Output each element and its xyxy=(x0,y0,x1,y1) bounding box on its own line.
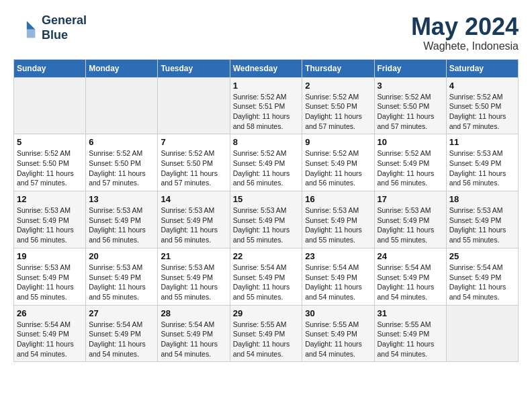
day-info: Sunrise: 5:55 AMSunset: 5:49 PMDaylight:… xyxy=(378,320,443,359)
day-number: 25 xyxy=(449,251,515,261)
day-info: Sunrise: 5:53 AMSunset: 5:49 PMDaylight:… xyxy=(305,205,371,245)
weekday-header-tuesday: Tuesday xyxy=(158,59,230,77)
day-info: Sunrise: 5:54 AMSunset: 5:49 PMDaylight:… xyxy=(449,263,515,302)
calendar-cell: 4Sunrise: 5:52 AMSunset: 5:50 PMDaylight… xyxy=(446,77,518,134)
calendar-cell: 18Sunrise: 5:53 AMSunset: 5:49 PMDayligh… xyxy=(446,191,518,248)
weekday-header-thursday: Thursday xyxy=(302,59,374,77)
day-number: 18 xyxy=(449,194,515,204)
day-number: 19 xyxy=(17,251,83,261)
calendar-week-row: 1Sunrise: 5:52 AMSunset: 5:51 PMDaylight… xyxy=(14,77,519,134)
day-info: Sunrise: 5:53 AMSunset: 5:49 PMDaylight:… xyxy=(161,263,226,302)
calendar-cell: 24Sunrise: 5:54 AMSunset: 5:49 PMDayligh… xyxy=(374,248,446,305)
calendar-cell: 27Sunrise: 5:54 AMSunset: 5:49 PMDayligh… xyxy=(86,305,158,362)
logo: General Blue xyxy=(13,13,87,42)
day-info: Sunrise: 5:54 AMSunset: 5:49 PMDaylight:… xyxy=(233,263,300,302)
day-info: Sunrise: 5:53 AMSunset: 5:49 PMDaylight:… xyxy=(161,205,226,245)
day-number: 13 xyxy=(89,194,154,204)
day-info: Sunrise: 5:53 AMSunset: 5:49 PMDaylight:… xyxy=(449,205,515,245)
calendar-cell: 15Sunrise: 5:53 AMSunset: 5:49 PMDayligh… xyxy=(230,191,302,248)
calendar-week-row: 19Sunrise: 5:53 AMSunset: 5:49 PMDayligh… xyxy=(14,248,519,305)
day-info: Sunrise: 5:55 AMSunset: 5:49 PMDaylight:… xyxy=(305,320,371,359)
weekday-header-sunday: Sunday xyxy=(14,59,86,77)
calendar-table: SundayMondayTuesdayWednesdayThursdayFrid… xyxy=(13,59,519,363)
weekday-header-row: SundayMondayTuesdayWednesdayThursdayFrid… xyxy=(14,59,519,77)
title-block: May 2024 Waghete, Indonesia xyxy=(411,13,519,52)
calendar-cell: 10Sunrise: 5:52 AMSunset: 5:49 PMDayligh… xyxy=(374,134,446,191)
day-info: Sunrise: 5:54 AMSunset: 5:49 PMDaylight:… xyxy=(161,320,226,359)
day-number: 15 xyxy=(233,194,300,204)
calendar-cell: 17Sunrise: 5:53 AMSunset: 5:49 PMDayligh… xyxy=(374,191,446,248)
calendar-cell: 2Sunrise: 5:52 AMSunset: 5:50 PMDaylight… xyxy=(302,77,374,134)
day-number: 31 xyxy=(378,308,443,318)
calendar-cell: 12Sunrise: 5:53 AMSunset: 5:49 PMDayligh… xyxy=(14,191,86,248)
calendar-week-row: 12Sunrise: 5:53 AMSunset: 5:49 PMDayligh… xyxy=(14,191,519,248)
day-info: Sunrise: 5:54 AMSunset: 5:49 PMDaylight:… xyxy=(89,320,154,359)
calendar-cell: 8Sunrise: 5:52 AMSunset: 5:49 PMDaylight… xyxy=(230,134,302,191)
day-number: 23 xyxy=(305,251,371,261)
day-info: Sunrise: 5:53 AMSunset: 5:49 PMDaylight:… xyxy=(378,205,443,245)
calendar-cell xyxy=(14,77,86,134)
day-info: Sunrise: 5:52 AMSunset: 5:50 PMDaylight:… xyxy=(305,92,371,132)
day-number: 27 xyxy=(89,308,154,318)
day-number: 28 xyxy=(161,308,226,318)
calendar-cell: 22Sunrise: 5:54 AMSunset: 5:49 PMDayligh… xyxy=(230,248,302,305)
calendar-cell: 20Sunrise: 5:53 AMSunset: 5:49 PMDayligh… xyxy=(86,248,158,305)
day-number: 20 xyxy=(89,251,154,261)
calendar-cell: 21Sunrise: 5:53 AMSunset: 5:49 PMDayligh… xyxy=(158,248,230,305)
weekday-header-monday: Monday xyxy=(86,59,158,77)
day-number: 12 xyxy=(17,194,83,204)
day-info: Sunrise: 5:52 AMSunset: 5:49 PMDaylight:… xyxy=(378,148,443,188)
day-info: Sunrise: 5:53 AMSunset: 5:49 PMDaylight:… xyxy=(17,263,83,302)
weekday-header-saturday: Saturday xyxy=(446,59,518,77)
day-info: Sunrise: 5:53 AMSunset: 5:49 PMDaylight:… xyxy=(89,205,154,245)
day-info: Sunrise: 5:55 AMSunset: 5:49 PMDaylight:… xyxy=(233,320,300,359)
day-info: Sunrise: 5:53 AMSunset: 5:49 PMDaylight:… xyxy=(449,148,515,188)
day-info: Sunrise: 5:54 AMSunset: 5:49 PMDaylight:… xyxy=(17,320,83,359)
day-info: Sunrise: 5:52 AMSunset: 5:50 PMDaylight:… xyxy=(378,92,443,132)
calendar-cell: 11Sunrise: 5:53 AMSunset: 5:49 PMDayligh… xyxy=(446,134,518,191)
calendar-week-row: 5Sunrise: 5:52 AMSunset: 5:50 PMDaylight… xyxy=(14,134,519,191)
calendar-cell: 28Sunrise: 5:54 AMSunset: 5:49 PMDayligh… xyxy=(158,305,230,362)
calendar-cell: 6Sunrise: 5:52 AMSunset: 5:50 PMDaylight… xyxy=(86,134,158,191)
day-info: Sunrise: 5:52 AMSunset: 5:50 PMDaylight:… xyxy=(161,148,226,188)
calendar-cell: 29Sunrise: 5:55 AMSunset: 5:49 PMDayligh… xyxy=(230,305,302,362)
weekday-header-wednesday: Wednesday xyxy=(230,59,302,77)
calendar-cell: 31Sunrise: 5:55 AMSunset: 5:49 PMDayligh… xyxy=(374,305,446,362)
day-number: 9 xyxy=(305,137,371,147)
day-info: Sunrise: 5:53 AMSunset: 5:49 PMDaylight:… xyxy=(233,205,300,245)
day-info: Sunrise: 5:52 AMSunset: 5:51 PMDaylight:… xyxy=(233,92,300,132)
weekday-header-friday: Friday xyxy=(374,59,446,77)
day-number: 29 xyxy=(233,308,300,318)
day-number: 2 xyxy=(305,81,371,91)
calendar-cell: 5Sunrise: 5:52 AMSunset: 5:50 PMDaylight… xyxy=(14,134,86,191)
day-number: 24 xyxy=(378,251,443,261)
month-title: May 2024 xyxy=(411,13,519,40)
logo-text: General Blue xyxy=(42,13,87,42)
calendar-cell: 25Sunrise: 5:54 AMSunset: 5:49 PMDayligh… xyxy=(446,248,518,305)
calendar-cell: 1Sunrise: 5:52 AMSunset: 5:51 PMDaylight… xyxy=(230,77,302,134)
calendar-cell: 30Sunrise: 5:55 AMSunset: 5:49 PMDayligh… xyxy=(302,305,374,362)
calendar-cell: 9Sunrise: 5:52 AMSunset: 5:49 PMDaylight… xyxy=(302,134,374,191)
calendar-week-row: 26Sunrise: 5:54 AMSunset: 5:49 PMDayligh… xyxy=(14,305,519,362)
calendar-cell: 16Sunrise: 5:53 AMSunset: 5:49 PMDayligh… xyxy=(302,191,374,248)
calendar-cell: 3Sunrise: 5:52 AMSunset: 5:50 PMDaylight… xyxy=(374,77,446,134)
day-number: 6 xyxy=(89,137,154,147)
day-number: 11 xyxy=(449,137,515,147)
logo-icon xyxy=(13,16,38,40)
calendar-cell xyxy=(86,77,158,134)
day-info: Sunrise: 5:52 AMSunset: 5:50 PMDaylight:… xyxy=(89,148,154,188)
calendar-cell: 14Sunrise: 5:53 AMSunset: 5:49 PMDayligh… xyxy=(158,191,230,248)
svg-marker-2 xyxy=(27,29,36,38)
day-number: 22 xyxy=(233,251,300,261)
day-number: 26 xyxy=(17,308,83,318)
calendar-cell xyxy=(446,305,518,362)
day-info: Sunrise: 5:52 AMSunset: 5:49 PMDaylight:… xyxy=(233,148,300,188)
day-info: Sunrise: 5:54 AMSunset: 5:49 PMDaylight:… xyxy=(378,263,443,302)
day-number: 5 xyxy=(17,137,83,147)
calendar-cell: 13Sunrise: 5:53 AMSunset: 5:49 PMDayligh… xyxy=(86,191,158,248)
calendar-cell: 26Sunrise: 5:54 AMSunset: 5:49 PMDayligh… xyxy=(14,305,86,362)
day-number: 30 xyxy=(305,308,371,318)
calendar-cell xyxy=(158,77,230,134)
day-number: 7 xyxy=(161,137,226,147)
day-number: 17 xyxy=(378,194,443,204)
